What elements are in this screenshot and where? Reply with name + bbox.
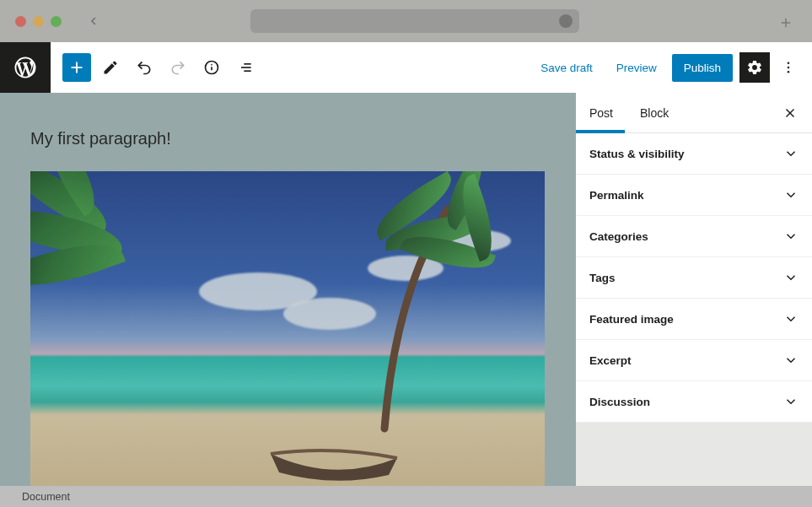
breadcrumb-item[interactable]: Document — [22, 491, 70, 503]
new-tab-icon[interactable] — [778, 15, 793, 30]
section-categories[interactable]: Categories — [576, 216, 812, 257]
chevron-down-icon — [783, 353, 799, 368]
settings-sidebar: Post Block Status & visibility Permalink… — [576, 93, 812, 486]
tab-post[interactable]: Post — [576, 93, 626, 133]
svg-point-10 — [788, 62, 790, 64]
add-block-button[interactable] — [62, 53, 91, 82]
wordpress-logo-icon[interactable] — [0, 42, 51, 93]
info-icon — [202, 58, 221, 77]
details-button[interactable] — [197, 53, 226, 82]
section-tags[interactable]: Tags — [576, 257, 812, 299]
preview-button[interactable]: Preview — [608, 55, 665, 81]
image-block[interactable] — [30, 171, 545, 486]
tab-block[interactable]: Block — [626, 93, 682, 133]
section-label: Tags — [589, 272, 616, 284]
chevron-down-icon — [783, 229, 799, 244]
reader-icon[interactable] — [559, 14, 573, 28]
sidebar-tabs: Post Block — [576, 93, 812, 133]
chevron-down-icon — [783, 311, 799, 326]
section-excerpt[interactable]: Excerpt — [576, 340, 812, 381]
svg-point-6 — [211, 64, 212, 66]
svg-point-12 — [788, 71, 790, 73]
traffic-minimize-icon[interactable] — [33, 16, 44, 27]
editor-toolbar: Save draft Preview Publish — [51, 42, 812, 93]
traffic-zoom-icon[interactable] — [51, 16, 62, 27]
chevron-down-icon — [783, 146, 799, 161]
section-label: Featured image — [589, 313, 674, 326]
section-label: Permalink — [589, 189, 644, 202]
edit-mode-button[interactable] — [96, 53, 125, 82]
undo-button[interactable] — [130, 53, 159, 82]
section-label: Status & visibility — [589, 148, 685, 160]
undo-icon — [135, 58, 153, 77]
section-featured-image[interactable]: Featured image — [576, 299, 812, 340]
close-sidebar-button[interactable] — [778, 101, 802, 125]
redo-button — [164, 53, 192, 82]
breadcrumb-bar: Document — [0, 486, 812, 507]
section-label: Categories — [589, 230, 648, 243]
save-draft-button[interactable]: Save draft — [532, 55, 601, 81]
back-icon[interactable] — [87, 14, 100, 28]
section-label: Excerpt — [589, 354, 632, 367]
mac-titlebar — [0, 0, 812, 42]
publish-button[interactable]: Publish — [672, 54, 733, 82]
section-label: Discussion — [589, 396, 650, 408]
section-permalink[interactable]: Permalink — [576, 175, 812, 216]
settings-button[interactable] — [739, 52, 770, 83]
list-outline-icon — [236, 58, 255, 77]
chevron-down-icon — [783, 270, 799, 285]
redo-icon — [169, 58, 187, 77]
section-status-visibility[interactable]: Status & visibility — [576, 133, 812, 175]
outline-button[interactable] — [231, 53, 260, 82]
more-options-button[interactable] — [777, 52, 800, 83]
address-bar[interactable] — [250, 9, 579, 33]
tab-underline — [576, 130, 625, 133]
pencil-icon — [101, 58, 120, 77]
chevron-down-icon — [783, 394, 799, 409]
palm-right — [351, 171, 519, 458]
boat — [266, 437, 401, 483]
section-discussion[interactable]: Discussion — [576, 381, 812, 423]
svg-point-11 — [788, 67, 790, 69]
chevron-down-icon — [783, 187, 799, 202]
paragraph-block[interactable]: My first paragraph! — [30, 129, 171, 148]
traffic-close-icon[interactable] — [15, 16, 26, 27]
palm-left — [30, 171, 157, 298]
